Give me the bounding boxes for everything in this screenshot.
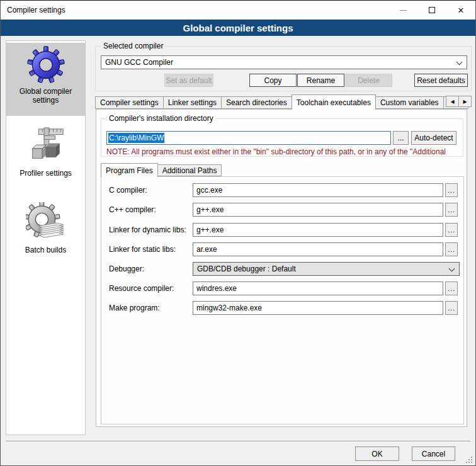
maximize-icon bbox=[429, 7, 435, 13]
compiler-select[interactable]: GNU GCC Compiler bbox=[101, 55, 467, 69]
page-title: Global compiler settings bbox=[1, 20, 475, 36]
compiler-settings-dialog: Compiler settings ✕ Global compiler sett… bbox=[0, 0, 476, 466]
toolchain-executables-panel: Compiler's installation directory C:\ray… bbox=[96, 109, 467, 427]
make-program-label: Make program: bbox=[109, 304, 160, 312]
form-row-resource-compiler: Resource compiler: ... bbox=[101, 281, 463, 295]
set-as-default-button[interactable]: Set as default bbox=[164, 74, 213, 87]
delete-button[interactable]: Delete bbox=[345, 74, 392, 87]
browse-directory-button[interactable]: ... bbox=[393, 131, 409, 145]
form-row-make-program: Make program: ... bbox=[101, 301, 463, 315]
resource-compiler-label: Resource compiler: bbox=[109, 284, 174, 293]
debugger-select[interactable]: GDB/CDB debugger : Default bbox=[193, 262, 460, 276]
selected-compiler-group: Selected compiler GNU GCC Compiler Set a… bbox=[95, 46, 472, 91]
c-compiler-input[interactable] bbox=[193, 183, 443, 197]
tab-scroll-right-button[interactable]: ▶ bbox=[458, 96, 472, 107]
form-row-dynamic-linker: Linker for dynamic libs: ... bbox=[101, 223, 463, 237]
sidebar-item-label: Profiler settings bbox=[20, 169, 72, 178]
auto-detect-button[interactable]: Auto-detect bbox=[411, 131, 456, 145]
arrow-right-icon: ▶ bbox=[463, 99, 467, 105]
selected-path-text: C:\raylib\MinGW bbox=[108, 133, 164, 143]
form-row-static-linker: Linker for static libs: ... bbox=[101, 242, 463, 256]
tab-toolchain-executables[interactable]: Toolchain executables bbox=[292, 94, 376, 110]
settings-tabstrip: Compiler settings Linker settings Search… bbox=[95, 94, 472, 109]
gray-gear-stack-icon bbox=[26, 202, 66, 242]
program-files-panel: C compiler: ... C++ compiler: ... Linker… bbox=[101, 176, 464, 424]
resize-grip[interactable] bbox=[465, 456, 473, 463]
tab-scroll-arrows: ◀ ▶ bbox=[446, 96, 472, 107]
ok-button[interactable]: OK bbox=[355, 446, 399, 461]
subtab-additional-paths[interactable]: Additional Paths bbox=[157, 164, 222, 176]
titlebar: Compiler settings ✕ bbox=[1, 1, 475, 20]
minimize-icon bbox=[400, 10, 407, 11]
group-legend: Selected compiler bbox=[101, 42, 166, 50]
sidebar-item-label: Global compiler settings bbox=[9, 87, 82, 105]
dynamic-linker-label: Linker for dynamic libs: bbox=[109, 225, 186, 234]
form-row-cpp-compiler: C++ compiler: ... bbox=[101, 203, 463, 217]
group-legend: Compiler's installation directory bbox=[106, 114, 216, 123]
sidebar-item-global-compiler-settings[interactable]: Global compiler settings bbox=[6, 43, 85, 116]
window-controls: ✕ bbox=[388, 1, 475, 20]
sidebar-item-profiler-settings[interactable]: Profiler settings bbox=[6, 123, 85, 181]
caliper-icon bbox=[26, 127, 65, 166]
cancel-button[interactable]: Cancel bbox=[412, 446, 455, 461]
browse-dynamic-linker-button[interactable]: ... bbox=[445, 223, 458, 237]
browse-resource-compiler-button[interactable]: ... bbox=[445, 281, 458, 295]
sidebar-item-batch-builds[interactable]: Batch builds bbox=[6, 199, 85, 258]
cpp-compiler-label: C++ compiler: bbox=[109, 205, 156, 214]
make-program-input[interactable] bbox=[193, 301, 443, 315]
blue-gear-icon bbox=[27, 46, 65, 84]
installation-directory-input[interactable]: C:\raylib\MinGW bbox=[106, 131, 391, 145]
compiler-select-value: GNU GCC Compiler bbox=[105, 58, 173, 67]
form-row-debugger: Debugger: GDB/CDB debugger : Default bbox=[101, 262, 463, 276]
dialog-body: Global compiler settings bbox=[1, 36, 475, 465]
rename-button[interactable]: Rename bbox=[297, 74, 344, 87]
browse-cpp-compiler-button[interactable]: ... bbox=[445, 203, 458, 217]
debugger-label: Debugger: bbox=[109, 264, 144, 273]
dynamic-linker-input[interactable] bbox=[193, 223, 443, 237]
window-title: Compiler settings bbox=[1, 6, 65, 14]
tab-search-directories[interactable]: Search directories bbox=[221, 96, 292, 109]
installation-directory-group: Compiler's installation directory C:\ray… bbox=[101, 118, 463, 157]
close-icon: ✕ bbox=[458, 6, 465, 14]
chevron-down-icon bbox=[456, 59, 463, 65]
minimize-button[interactable] bbox=[388, 1, 417, 20]
program-files-tabstrip: Program Files Additional Paths bbox=[101, 163, 222, 176]
browse-c-compiler-button[interactable]: ... bbox=[445, 183, 458, 197]
sidebar-item-label: Batch builds bbox=[25, 246, 66, 254]
browse-static-linker-button[interactable]: ... bbox=[445, 242, 458, 256]
maximize-button[interactable] bbox=[417, 1, 446, 20]
subtab-program-files[interactable]: Program Files bbox=[101, 163, 158, 177]
tab-custom-variables[interactable]: Custom variables bbox=[375, 96, 444, 109]
cpp-compiler-input[interactable] bbox=[193, 203, 443, 217]
reset-defaults-button[interactable]: Reset defaults bbox=[414, 74, 468, 87]
form-row-c-compiler: C compiler: ... bbox=[101, 183, 463, 197]
tab-linker-settings[interactable]: Linker settings bbox=[163, 96, 222, 109]
static-linker-input[interactable] bbox=[193, 242, 443, 256]
debugger-select-value: GDB/CDB debugger : Default bbox=[197, 264, 296, 273]
tab-scroll-left-button[interactable]: ◀ bbox=[446, 96, 459, 107]
copy-button[interactable]: Copy bbox=[249, 74, 297, 87]
arrow-left-icon: ◀ bbox=[450, 99, 454, 105]
c-compiler-label: C compiler: bbox=[109, 186, 147, 195]
browse-make-program-button[interactable]: ... bbox=[445, 301, 458, 315]
close-button[interactable]: ✕ bbox=[446, 1, 475, 20]
bin-note-text: NOTE: All programs must exist either in … bbox=[106, 147, 460, 156]
footer-divider bbox=[6, 441, 470, 442]
resource-compiler-input[interactable] bbox=[193, 281, 443, 295]
static-linker-label: Linker for static libs: bbox=[109, 245, 176, 254]
chevron-down-icon bbox=[449, 266, 455, 272]
sidebar: Global compiler settings bbox=[6, 40, 86, 435]
tab-compiler-settings[interactable]: Compiler settings bbox=[95, 96, 164, 109]
